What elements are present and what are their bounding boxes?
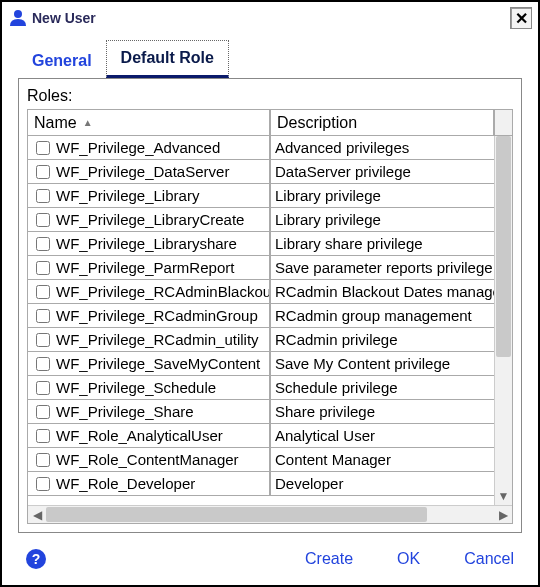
role-description: Save parameter reports privilege <box>275 259 493 276</box>
window-title: New User <box>32 10 510 26</box>
tab-default-role[interactable]: Default Role <box>106 40 229 78</box>
role-description-cell: RCadmin group management <box>270 304 494 328</box>
table-row: WF_Privilege_AdvancedAdvanced privileges <box>28 136 494 160</box>
role-description: Library share privilege <box>275 235 423 252</box>
role-name: WF_Privilege_Schedule <box>56 379 216 396</box>
role-name-cell: WF_Privilege_RCAdminBlackout <box>28 280 270 304</box>
role-name: WF_Role_AnalyticalUser <box>56 427 223 444</box>
default-role-panel: Roles: Name ▲ Description WF_Privilege_A… <box>18 78 522 533</box>
close-button[interactable]: ✕ <box>510 7 532 29</box>
role-checkbox[interactable] <box>36 141 50 155</box>
role-name-cell: WF_Role_AnalyticalUser <box>28 424 270 448</box>
role-description: Save My Content privilege <box>275 355 450 372</box>
role-checkbox[interactable] <box>36 381 50 395</box>
role-description-cell: DataServer privilege <box>270 160 494 184</box>
table-row: WF_Privilege_ParmReportSave parameter re… <box>28 256 494 280</box>
table-row: WF_Role_DeveloperDeveloper <box>28 472 494 496</box>
tab-general[interactable]: General <box>18 44 106 78</box>
role-description: RCadmin privilege <box>275 331 398 348</box>
role-name: WF_Privilege_SaveMyContent <box>56 355 260 372</box>
role-name: WF_Role_ContentManager <box>56 451 239 468</box>
role-checkbox[interactable] <box>36 285 50 299</box>
role-description-cell: Share privilege <box>270 400 494 424</box>
role-description-cell: Analytical User <box>270 424 494 448</box>
role-description-cell: Save parameter reports privilege <box>270 256 494 280</box>
role-checkbox[interactable] <box>36 333 50 347</box>
role-name-cell: WF_Privilege_LibraryCreate <box>28 208 270 232</box>
role-description: Content Manager <box>275 451 391 468</box>
role-name-cell: WF_Privilege_RCadminGroup <box>28 304 270 328</box>
column-header-description[interactable]: Description <box>270 110 494 136</box>
role-description: Schedule privilege <box>275 379 398 396</box>
role-description: Share privilege <box>275 403 375 420</box>
table-row: WF_Privilege_RCadmin_utilityRCadmin priv… <box>28 328 494 352</box>
role-checkbox[interactable] <box>36 237 50 251</box>
role-name-cell: WF_Privilege_SaveMyContent <box>28 352 270 376</box>
role-description-cell: RCadmin privilege <box>270 328 494 352</box>
role-checkbox[interactable] <box>36 165 50 179</box>
table-row: WF_Privilege_LibraryshareLibrary share p… <box>28 232 494 256</box>
role-name-cell: WF_Privilege_Share <box>28 400 270 424</box>
titlebar: New User ✕ <box>2 2 538 34</box>
horizontal-scroll-thumb[interactable] <box>46 507 427 522</box>
scroll-right-icon[interactable]: ▶ <box>494 508 512 522</box>
role-checkbox[interactable] <box>36 453 50 467</box>
table-row: WF_Privilege_LibraryLibrary privilege <box>28 184 494 208</box>
role-checkbox[interactable] <box>36 261 50 275</box>
role-checkbox[interactable] <box>36 309 50 323</box>
role-checkbox[interactable] <box>36 357 50 371</box>
scroll-down-icon[interactable]: ▼ <box>495 489 512 503</box>
role-name-cell: WF_Privilege_Advanced <box>28 136 270 160</box>
help-button[interactable]: ? <box>26 549 46 569</box>
table-row: WF_Role_AnalyticalUserAnalytical User <box>28 424 494 448</box>
role-description: RCadmin Blackout Dates management <box>275 283 494 300</box>
role-description-cell: RCadmin Blackout Dates management <box>270 280 494 304</box>
role-name: WF_Privilege_LibraryCreate <box>56 211 244 228</box>
sort-asc-icon: ▲ <box>83 117 93 128</box>
role-checkbox[interactable] <box>36 189 50 203</box>
role-name: WF_Privilege_Libraryshare <box>56 235 237 252</box>
role-name: WF_Privilege_Advanced <box>56 139 220 156</box>
role-name: WF_Privilege_Library <box>56 187 199 204</box>
role-name: WF_Role_Developer <box>56 475 195 492</box>
role-description: Analytical User <box>275 427 375 444</box>
help-icon: ? <box>32 551 41 567</box>
role-name: WF_Privilege_RCadmin_utility <box>56 331 259 348</box>
cancel-button[interactable]: Cancel <box>464 550 514 568</box>
role-description-cell: Developer <box>270 472 494 496</box>
role-checkbox[interactable] <box>36 213 50 227</box>
close-icon: ✕ <box>515 9 528 28</box>
create-button[interactable]: Create <box>305 550 353 568</box>
role-name-cell: WF_Role_ContentManager <box>28 448 270 472</box>
role-name-cell: WF_Privilege_Library <box>28 184 270 208</box>
role-name-cell: WF_Privilege_ParmReport <box>28 256 270 280</box>
svg-point-0 <box>14 10 22 18</box>
role-name-cell: WF_Privilege_Schedule <box>28 376 270 400</box>
roles-label: Roles: <box>27 87 513 105</box>
vertical-scrollbar[interactable]: ▼ <box>494 136 512 505</box>
content-area: General Default Role Roles: Name ▲ Descr… <box>2 34 538 533</box>
ok-button[interactable]: OK <box>397 550 420 568</box>
role-description-cell: Library privilege <box>270 184 494 208</box>
role-name-cell: WF_Role_Developer <box>28 472 270 496</box>
role-checkbox[interactable] <box>36 405 50 419</box>
role-checkbox[interactable] <box>36 429 50 443</box>
role-description: RCadmin group management <box>275 307 472 324</box>
horizontal-scroll-track[interactable] <box>46 506 494 523</box>
role-description-cell: Content Manager <box>270 448 494 472</box>
role-description: Advanced privileges <box>275 139 409 156</box>
column-header-name[interactable]: Name ▲ <box>28 110 270 136</box>
dialog-footer: ? Create OK Cancel <box>2 533 538 585</box>
user-icon <box>8 8 28 28</box>
role-description: Library privilege <box>275 187 381 204</box>
scroll-left-icon[interactable]: ◀ <box>28 508 46 522</box>
table-row: WF_Privilege_SaveMyContentSave My Conten… <box>28 352 494 376</box>
roles-table: Name ▲ Description WF_Privilege_Advanced… <box>27 109 513 524</box>
role-description-cell: Schedule privilege <box>270 376 494 400</box>
scroll-corner <box>494 110 512 136</box>
tab-bar: General Default Role <box>18 42 522 78</box>
role-name: WF_Privilege_ParmReport <box>56 259 234 276</box>
vertical-scroll-thumb[interactable] <box>496 136 511 357</box>
horizontal-scrollbar[interactable]: ◀ ▶ <box>28 505 512 523</box>
role-checkbox[interactable] <box>36 477 50 491</box>
